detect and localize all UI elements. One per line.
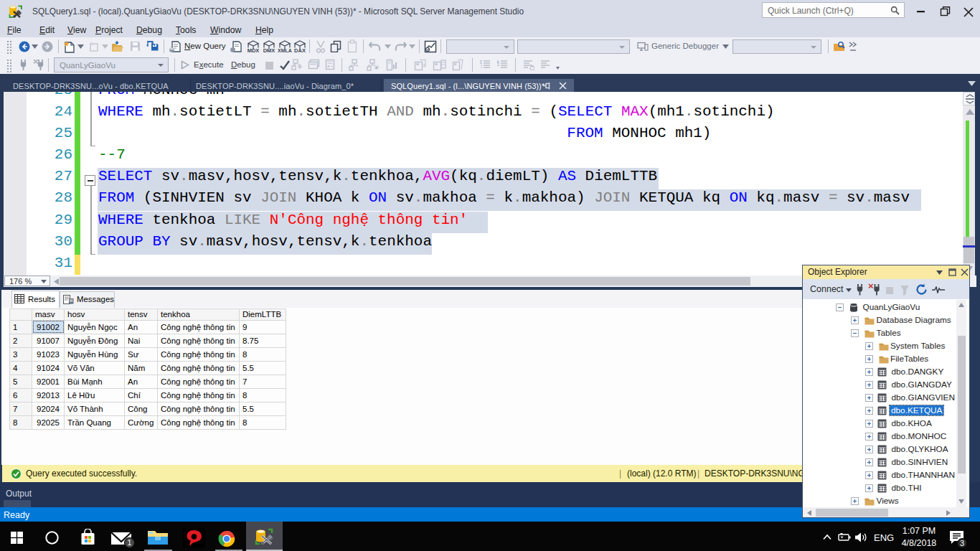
svg-text:XMLA: XMLA [278, 48, 292, 53]
svg-text:MDX: MDX [248, 47, 260, 54]
svg-text:DMX: DMX [263, 47, 275, 54]
svg-text:DAX: DAX [294, 47, 306, 54]
svg-text:1: 1 [128, 538, 132, 547]
svg-text:3: 3 [960, 539, 964, 547]
